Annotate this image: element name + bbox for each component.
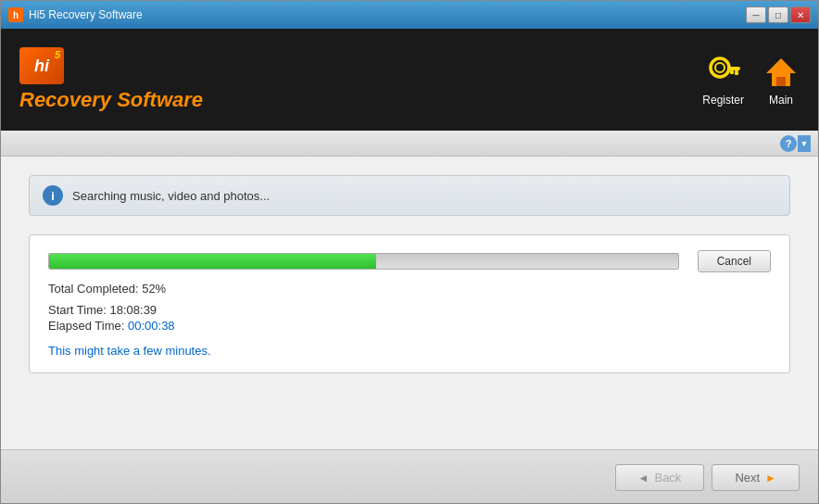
start-time-label: Start Time: xyxy=(48,303,107,317)
title-text: Hi5 Recovery Software xyxy=(29,8,143,21)
header-nav: Register Main xyxy=(702,53,800,107)
info-icon: i xyxy=(43,185,63,206)
logo-badge: hi xyxy=(19,47,64,84)
elapsed-time-value: 00:00:38 xyxy=(128,319,175,333)
progress-bar-container xyxy=(48,253,679,270)
help-dropdown-button[interactable]: ▼ xyxy=(798,135,811,152)
next-arrow-icon: ► xyxy=(765,472,776,485)
next-button[interactable]: Next ► xyxy=(712,464,800,491)
progress-row: Cancel xyxy=(48,250,771,272)
back-arrow-icon: ◄ xyxy=(638,472,649,485)
progress-bar-fill xyxy=(49,254,376,269)
toolbar: ? ▼ xyxy=(1,131,818,157)
info-text: Searching music, video and photos... xyxy=(72,189,270,203)
back-button[interactable]: ◄ Back xyxy=(615,464,705,491)
info-box: i Searching music, video and photos... xyxy=(29,175,790,216)
svg-rect-6 xyxy=(776,77,786,86)
main-nav-button[interactable]: Main xyxy=(762,53,800,107)
cancel-button[interactable]: Cancel xyxy=(698,250,771,272)
hint-text: This might take a few minutes. xyxy=(48,344,771,358)
svg-point-0 xyxy=(711,58,729,77)
register-nav-button[interactable]: Register xyxy=(702,53,744,107)
svg-rect-3 xyxy=(735,70,738,75)
footer: ◄ Back Next ► xyxy=(1,449,818,504)
main-content: i Searching music, video and photos... C… xyxy=(1,157,818,449)
svg-rect-2 xyxy=(727,67,740,70)
close-button[interactable]: ✕ xyxy=(790,6,811,23)
title-bar-left: h Hi5 Recovery Software xyxy=(8,7,143,22)
logo-area: hi Recovery Software xyxy=(19,47,203,112)
next-label: Next xyxy=(735,471,760,485)
svg-point-1 xyxy=(715,63,724,72)
minimize-button[interactable]: ─ xyxy=(746,6,766,23)
home-icon xyxy=(762,53,800,90)
title-bar: h Hi5 Recovery Software ─ □ ✕ xyxy=(1,1,818,29)
progress-area: Cancel Total Completed: 52% Start Time: … xyxy=(29,234,790,373)
app-icon: h xyxy=(8,7,23,22)
restore-button[interactable]: □ xyxy=(768,6,788,23)
svg-rect-4 xyxy=(730,70,734,74)
elapsed-time-label: Elapsed Time: xyxy=(48,319,124,333)
app-title: Recovery Software xyxy=(19,88,203,112)
title-controls: ─ □ ✕ xyxy=(746,6,811,23)
start-time-value: 18:08:39 xyxy=(109,303,157,317)
elapsed-time: Elapsed Time: 00:00:38 xyxy=(48,319,771,333)
header: hi Recovery Software Register xyxy=(1,29,818,131)
key-icon xyxy=(705,53,742,90)
main-label: Main xyxy=(769,94,793,107)
register-label: Register xyxy=(702,94,744,107)
back-label: Back xyxy=(654,471,681,485)
total-completed: Total Completed: 52% xyxy=(48,282,771,296)
help-button[interactable]: ? xyxy=(780,135,797,152)
start-time: Start Time: 18:08:39 xyxy=(48,303,771,317)
